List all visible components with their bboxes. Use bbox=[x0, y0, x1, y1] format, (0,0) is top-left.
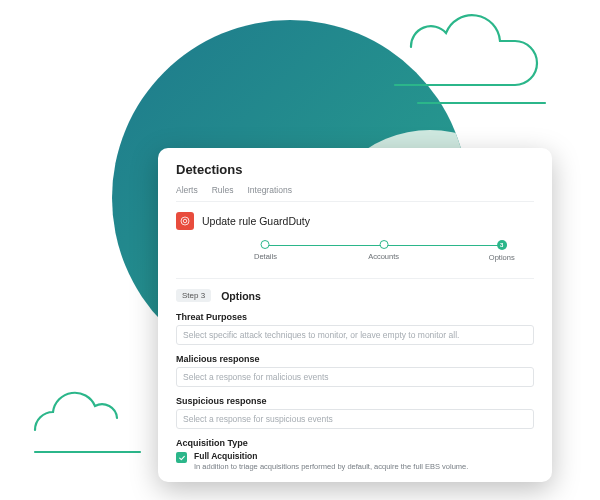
svg-point-5 bbox=[181, 217, 189, 225]
step-pill: Step 3 bbox=[176, 289, 211, 302]
step-dot-icon bbox=[379, 240, 388, 249]
step-line bbox=[384, 245, 502, 246]
field-suspicious-response: Suspicious response bbox=[176, 396, 534, 429]
field-acquisition-type: Acquisition Type Full Acquisition In add… bbox=[176, 438, 534, 471]
step-label: Accounts bbox=[368, 252, 399, 261]
step-options[interactable]: 3 Options bbox=[489, 240, 515, 262]
threat-purposes-input[interactable] bbox=[176, 325, 534, 345]
rule-header: Update rule GuardDuty bbox=[176, 212, 534, 230]
checkbox-title: Full Acquisition bbox=[194, 451, 468, 462]
guardduty-icon bbox=[176, 212, 194, 230]
step-dot-icon bbox=[261, 240, 270, 249]
step-details[interactable]: Details bbox=[254, 240, 277, 261]
field-label: Suspicious response bbox=[176, 396, 534, 406]
section-header: Step 3 Options bbox=[176, 289, 534, 302]
field-label: Acquisition Type bbox=[176, 438, 534, 448]
step-label: Options bbox=[489, 253, 515, 262]
stepper: Details Accounts 3 Options bbox=[176, 240, 534, 266]
divider bbox=[176, 278, 534, 279]
tab-rules[interactable]: Rules bbox=[212, 185, 234, 195]
field-threat-purposes: Threat Purposes bbox=[176, 312, 534, 345]
tab-integrations[interactable]: Integrations bbox=[247, 185, 291, 195]
checkbox-checked-icon bbox=[176, 452, 187, 463]
svg-point-6 bbox=[183, 219, 187, 223]
tabs: Alerts Rules Integrations bbox=[176, 185, 534, 202]
rule-title: Update rule GuardDuty bbox=[202, 215, 310, 227]
field-label: Malicious response bbox=[176, 354, 534, 364]
field-malicious-response: Malicious response bbox=[176, 354, 534, 387]
malicious-response-input[interactable] bbox=[176, 367, 534, 387]
step-dot-icon: 3 bbox=[497, 240, 507, 250]
detections-panel: Detections Alerts Rules Integrations Upd… bbox=[158, 148, 552, 482]
step-line bbox=[266, 245, 384, 246]
checkbox-description: In addition to triage acquisitions perfo… bbox=[194, 462, 468, 471]
section-heading: Options bbox=[221, 290, 261, 302]
field-label: Threat Purposes bbox=[176, 312, 534, 322]
suspicious-response-input[interactable] bbox=[176, 409, 534, 429]
step-accounts[interactable]: Accounts bbox=[368, 240, 399, 261]
checkbox-row[interactable]: Full Acquisition In addition to triage a… bbox=[176, 451, 534, 471]
step-label: Details bbox=[254, 252, 277, 261]
tab-alerts[interactable]: Alerts bbox=[176, 185, 198, 195]
checkbox-body: Full Acquisition In addition to triage a… bbox=[194, 451, 468, 471]
page-title: Detections bbox=[176, 162, 534, 177]
